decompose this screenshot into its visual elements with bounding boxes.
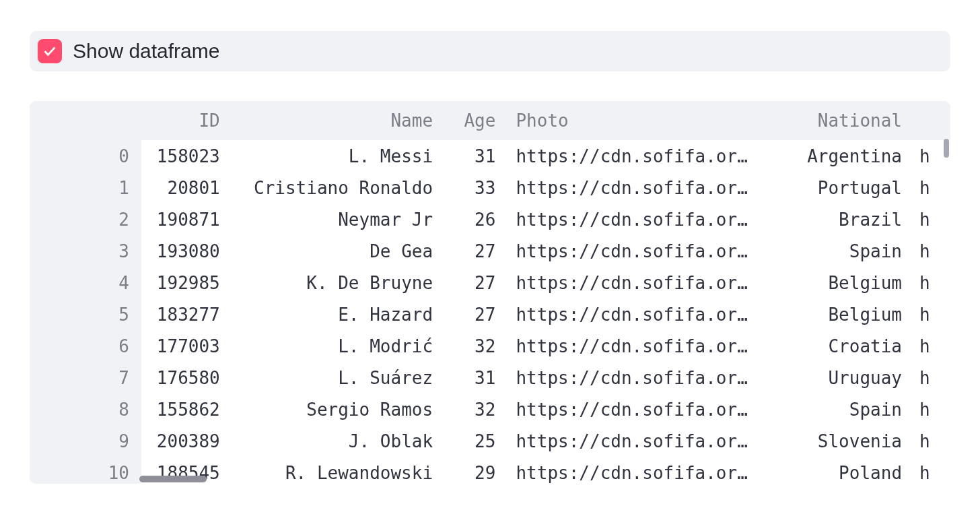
cell-extra[interactable]: h xyxy=(914,362,950,393)
cell-extra[interactable]: h xyxy=(914,393,950,425)
cell-id[interactable]: 155862 xyxy=(141,393,232,425)
cell-nationality[interactable]: Slovenia xyxy=(761,425,914,457)
cell-age[interactable]: 27 xyxy=(445,298,508,330)
cell-age[interactable]: 33 xyxy=(445,172,508,203)
cell-photo[interactable]: https://cdn.sofifa.org… xyxy=(508,425,760,457)
show-dataframe-checkbox[interactable] xyxy=(38,39,62,63)
cell-id[interactable]: 177003 xyxy=(141,330,232,362)
dataframe-container: ID Name Age Photo National 0158023L. Mes… xyxy=(30,101,950,484)
row-index[interactable]: 9 xyxy=(30,425,141,457)
cell-photo[interactable]: https://cdn.sofifa.org… xyxy=(508,235,760,267)
column-header-nationality[interactable]: National xyxy=(761,101,914,140)
cell-age[interactable]: 32 xyxy=(445,393,508,425)
row-index[interactable]: 2 xyxy=(30,203,141,235)
row-index[interactable]: 1 xyxy=(30,172,141,203)
cell-extra[interactable]: h xyxy=(914,267,950,298)
cell-name[interactable]: J. Oblak xyxy=(232,425,445,457)
cell-extra[interactable]: h xyxy=(914,203,950,235)
cell-extra[interactable]: h xyxy=(914,235,950,267)
index-header[interactable] xyxy=(30,101,141,140)
table-row[interactable]: 9200389J. Oblak25https://cdn.sofifa.org…… xyxy=(30,425,950,457)
table-row[interactable]: 7176580L. Suárez31https://cdn.sofifa.org… xyxy=(30,362,950,393)
cell-extra[interactable]: h xyxy=(914,172,950,203)
cell-photo[interactable]: https://cdn.sofifa.org… xyxy=(508,298,760,330)
table-row[interactable]: 5183277E. Hazard27https://cdn.sofifa.org… xyxy=(30,298,950,330)
dataframe-table: ID Name Age Photo National 0158023L. Mes… xyxy=(30,101,950,484)
cell-age[interactable]: 31 xyxy=(445,362,508,393)
cell-extra[interactable]: h xyxy=(914,330,950,362)
cell-photo[interactable]: https://cdn.sofifa.org… xyxy=(508,203,760,235)
row-index[interactable]: 0 xyxy=(30,140,141,172)
vertical-scrollbar-thumb[interactable] xyxy=(944,139,949,158)
cell-id[interactable]: 183277 xyxy=(141,298,232,330)
cell-age[interactable]: 31 xyxy=(445,140,508,172)
cell-age[interactable]: 27 xyxy=(445,235,508,267)
cell-nationality[interactable]: Spain xyxy=(761,393,914,425)
column-header-extra[interactable] xyxy=(914,101,950,140)
cell-id[interactable]: 176580 xyxy=(141,362,232,393)
cell-nationality[interactable]: Uruguay xyxy=(761,362,914,393)
cell-id[interactable]: 192985 xyxy=(141,267,232,298)
cell-nationality[interactable]: Argentina xyxy=(761,140,914,172)
cell-age[interactable]: 29 xyxy=(445,457,508,484)
cell-nationality[interactable]: Spain xyxy=(761,235,914,267)
row-index[interactable]: 5 xyxy=(30,298,141,330)
column-header-name[interactable]: Name xyxy=(232,101,445,140)
cell-name[interactable]: L. Suárez xyxy=(232,362,445,393)
cell-age[interactable]: 27 xyxy=(445,267,508,298)
cell-nationality[interactable]: Poland xyxy=(761,457,914,484)
cell-photo[interactable]: https://cdn.sofifa.org… xyxy=(508,393,760,425)
cell-name[interactable]: Sergio Ramos xyxy=(232,393,445,425)
header-row: ID Name Age Photo National xyxy=(30,101,950,140)
cell-name[interactable]: Cristiano Ronaldo xyxy=(232,172,445,203)
cell-name[interactable]: Neymar Jr xyxy=(232,203,445,235)
cell-name[interactable]: L. Messi xyxy=(232,140,445,172)
cell-age[interactable]: 26 xyxy=(445,203,508,235)
cell-photo[interactable]: https://cdn.sofifa.org… xyxy=(508,172,760,203)
table-row[interactable]: 120801Cristiano Ronaldo33https://cdn.sof… xyxy=(30,172,950,203)
cell-photo[interactable]: https://cdn.sofifa.org… xyxy=(508,267,760,298)
cell-extra[interactable]: h xyxy=(914,425,950,457)
show-dataframe-checkbox-row: Show dataframe xyxy=(30,31,950,71)
cell-nationality[interactable]: Portugal xyxy=(761,172,914,203)
table-row[interactable]: 4192985K. De Bruyne27https://cdn.sofifa.… xyxy=(30,267,950,298)
cell-id[interactable]: 190871 xyxy=(141,203,232,235)
cell-extra[interactable]: h xyxy=(914,457,950,484)
row-index[interactable]: 10 xyxy=(30,457,141,484)
column-header-id[interactable]: ID xyxy=(141,101,232,140)
cell-photo[interactable]: https://cdn.sofifa.org… xyxy=(508,330,760,362)
cell-name[interactable]: E. Hazard xyxy=(232,298,445,330)
row-index[interactable]: 6 xyxy=(30,330,141,362)
cell-name[interactable]: De Gea xyxy=(232,235,445,267)
cell-age[interactable]: 32 xyxy=(445,330,508,362)
column-header-age[interactable]: Age xyxy=(445,101,508,140)
table-row[interactable]: 8155862Sergio Ramos32https://cdn.sofifa.… xyxy=(30,393,950,425)
row-index[interactable]: 7 xyxy=(30,362,141,393)
cell-id[interactable]: 200389 xyxy=(141,425,232,457)
cell-photo[interactable]: https://cdn.sofifa.org… xyxy=(508,457,760,484)
table-row[interactable]: 3193080De Gea27https://cdn.sofifa.org…Sp… xyxy=(30,235,950,267)
cell-name[interactable]: K. De Bruyne xyxy=(232,267,445,298)
table-row[interactable]: 0158023L. Messi31https://cdn.sofifa.org…… xyxy=(30,140,950,172)
cell-photo[interactable]: https://cdn.sofifa.org… xyxy=(508,362,760,393)
cell-nationality[interactable]: Croatia xyxy=(761,330,914,362)
row-index[interactable]: 4 xyxy=(30,267,141,298)
row-index[interactable]: 8 xyxy=(30,393,141,425)
cell-nationality[interactable]: Brazil xyxy=(761,203,914,235)
cell-extra[interactable]: h xyxy=(914,298,950,330)
row-index[interactable]: 3 xyxy=(30,235,141,267)
column-header-photo[interactable]: Photo xyxy=(508,101,760,140)
cell-photo[interactable]: https://cdn.sofifa.org… xyxy=(508,140,760,172)
cell-id[interactable]: 193080 xyxy=(141,235,232,267)
dataframe-scroll-area[interactable]: ID Name Age Photo National 0158023L. Mes… xyxy=(30,101,950,484)
horizontal-scrollbar-thumb[interactable] xyxy=(139,476,207,482)
cell-name[interactable]: L. Modrić xyxy=(232,330,445,362)
cell-nationality[interactable]: Belgium xyxy=(761,267,914,298)
cell-age[interactable]: 25 xyxy=(445,425,508,457)
cell-id[interactable]: 158023 xyxy=(141,140,232,172)
cell-nationality[interactable]: Belgium xyxy=(761,298,914,330)
table-row[interactable]: 6177003L. Modrić32https://cdn.sofifa.org… xyxy=(30,330,950,362)
cell-id[interactable]: 20801 xyxy=(141,172,232,203)
cell-name[interactable]: R. Lewandowski xyxy=(232,457,445,484)
table-row[interactable]: 2190871Neymar Jr26https://cdn.sofifa.org… xyxy=(30,203,950,235)
